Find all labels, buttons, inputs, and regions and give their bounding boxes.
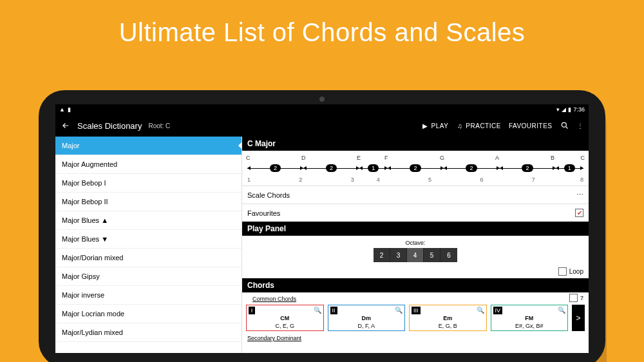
- screen: ▲ ▮ ▾ ◢ ▮ 7:36 Scales Dictionary Root: C…: [55, 104, 589, 353]
- interval-segment: 2: [388, 164, 444, 172]
- promo-title: Ultimate List of Chords and Scales: [0, 0, 644, 47]
- chord-card[interactable]: I🔍CMC, E, G: [246, 305, 324, 331]
- magnify-icon[interactable]: 🔍: [477, 307, 484, 314]
- next-chords-arrow[interactable]: >: [572, 305, 585, 331]
- sidebar-item[interactable]: Major Augmented: [55, 155, 242, 174]
- roman-numeral: IV: [493, 307, 503, 314]
- octave-button[interactable]: 6: [440, 248, 457, 262]
- favourites-row[interactable]: Favourites: [242, 204, 589, 222]
- note-label: E: [357, 155, 384, 161]
- play-panel-header: Play Panel: [242, 222, 589, 236]
- sidebar-item[interactable]: Major inverse: [55, 286, 242, 305]
- back-icon[interactable]: [61, 120, 71, 131]
- chords-sub-header: Common Chords 7: [242, 292, 589, 303]
- chord-notes: C, E, G: [249, 323, 321, 329]
- sidebar-item[interactable]: Major Bebop II: [55, 193, 242, 211]
- practice-label: PRACTICE: [466, 122, 501, 129]
- chord-notes: D, F, A: [330, 323, 403, 329]
- clock: 7:36: [573, 106, 585, 113]
- chord-card[interactable]: IV🔍FME#, Gx, B#: [491, 305, 569, 331]
- scale-chords-label: Scale Chords: [247, 191, 290, 199]
- sidebar-item[interactable]: Major: [55, 137, 242, 155]
- note-label: F: [384, 155, 440, 161]
- scale-degrees: 12345678: [242, 176, 589, 186]
- note-label: C: [246, 155, 301, 161]
- favourites-button[interactable]: FAVOURITES: [509, 122, 553, 129]
- interval-segment: 2: [303, 164, 359, 172]
- octave-button[interactable]: 3: [390, 248, 407, 262]
- favourites-checkbox[interactable]: [575, 209, 583, 217]
- status-bar: ▲ ▮ ▾ ◢ ▮ 7:36: [55, 104, 589, 115]
- loop-checkbox[interactable]: [558, 267, 567, 276]
- octave-button[interactable]: 5: [424, 248, 440, 262]
- svg-point-0: [562, 122, 566, 127]
- sidebar-item[interactable]: Major Locrian mode: [55, 305, 242, 323]
- favourites-label: Favourites: [247, 209, 280, 217]
- sidebar-item[interactable]: Major Blues ▲: [55, 211, 242, 230]
- root-selector[interactable]: Root: C: [148, 122, 170, 129]
- content-area: MajorMajor AugmentedMajor Bebop IMajor B…: [55, 137, 589, 353]
- sidebar-item[interactable]: Major/Dorian mixed: [55, 249, 242, 267]
- degree-label: 5: [428, 176, 480, 183]
- octave-picker: 23456: [374, 248, 457, 262]
- play-label: PLAY: [431, 122, 448, 129]
- roman-numeral: III: [412, 307, 421, 314]
- chord-name: FM: [493, 315, 566, 321]
- sidebar-item[interactable]: Major Bebop I: [55, 174, 242, 193]
- scale-chords-row[interactable]: Scale Chords ⋯: [242, 186, 589, 204]
- octave-button[interactable]: 2: [374, 248, 390, 262]
- scale-intervals: 2212221: [242, 161, 589, 176]
- sd-icon: ▮: [68, 106, 71, 113]
- interval-segment: 2: [444, 164, 500, 172]
- magnify-icon[interactable]: 🔍: [314, 307, 321, 314]
- play-button[interactable]: ▶ PLAY: [421, 122, 448, 129]
- play-icon: ▶: [421, 122, 429, 129]
- chord-notes: E#, Gx, B#: [493, 323, 566, 329]
- magnify-icon[interactable]: 🔍: [558, 307, 565, 314]
- note-label: B: [551, 155, 578, 161]
- more-icon: ⋯: [576, 191, 583, 199]
- search-button[interactable]: [560, 121, 569, 130]
- sidebar-item[interactable]: Major Blues ▼: [55, 230, 242, 249]
- interval-segment: 1: [359, 164, 388, 172]
- chord-name: Dm: [330, 315, 403, 321]
- note-label: G: [440, 155, 495, 161]
- sidebar-item[interactable]: Major Gipsy: [55, 267, 242, 286]
- camera-dot: [319, 97, 325, 102]
- octave-label: Octave:: [246, 240, 585, 246]
- seventh-checkbox[interactable]: [569, 294, 578, 302]
- degree-label: 7: [532, 176, 558, 183]
- music-note-icon: ♫: [456, 122, 464, 129]
- chords-header: Chords: [242, 278, 589, 292]
- chord-name: CM: [249, 315, 321, 321]
- degree-label: 1: [247, 176, 299, 183]
- tablet-frame: ▲ ▮ ▾ ◢ ▮ 7:36 Scales Dictionary Root: C…: [39, 90, 605, 362]
- chord-cards-row: I🔍CMC, E, GII🔍DmD, F, AIII🔍EmE, G, BIV🔍F…: [242, 303, 589, 334]
- signal-icon: ◢: [562, 106, 566, 113]
- overflow-menu-icon[interactable]: ⋮: [577, 122, 584, 129]
- chord-notes: E, G, B: [412, 323, 484, 329]
- sidebar-item[interactable]: Major/Lydian mixed: [55, 323, 242, 342]
- seventh-label: 7: [580, 295, 583, 301]
- magnify-icon[interactable]: 🔍: [395, 307, 402, 314]
- practice-button[interactable]: ♫ PRACTICE: [456, 122, 501, 129]
- interval-segment: 1: [556, 164, 584, 172]
- note-label: A: [495, 155, 551, 161]
- degree-label: 6: [480, 176, 531, 183]
- interval-segment: 2: [500, 164, 556, 172]
- octave-button[interactable]: 4: [407, 248, 424, 262]
- warning-icon: ▲: [59, 106, 65, 113]
- roman-numeral: I: [249, 307, 255, 314]
- chord-card[interactable]: III🔍EmE, G, B: [409, 305, 487, 331]
- secondary-dominant-label: Secondary Dominant: [242, 334, 589, 341]
- degree-label: 2: [299, 176, 350, 183]
- chord-card[interactable]: II🔍DmD, F, A: [328, 305, 406, 331]
- common-chords-label: Common Chords: [247, 294, 301, 302]
- note-label: C: [578, 155, 585, 161]
- degree-label: 8: [558, 176, 583, 183]
- play-panel-body: Octave: 23456: [242, 236, 589, 266]
- loop-label: Loop: [569, 268, 583, 275]
- degree-label: 4: [377, 176, 428, 183]
- scale-list-sidebar[interactable]: MajorMajor AugmentedMajor Bebop IMajor B…: [55, 137, 242, 353]
- battery-icon: ▮: [568, 106, 571, 113]
